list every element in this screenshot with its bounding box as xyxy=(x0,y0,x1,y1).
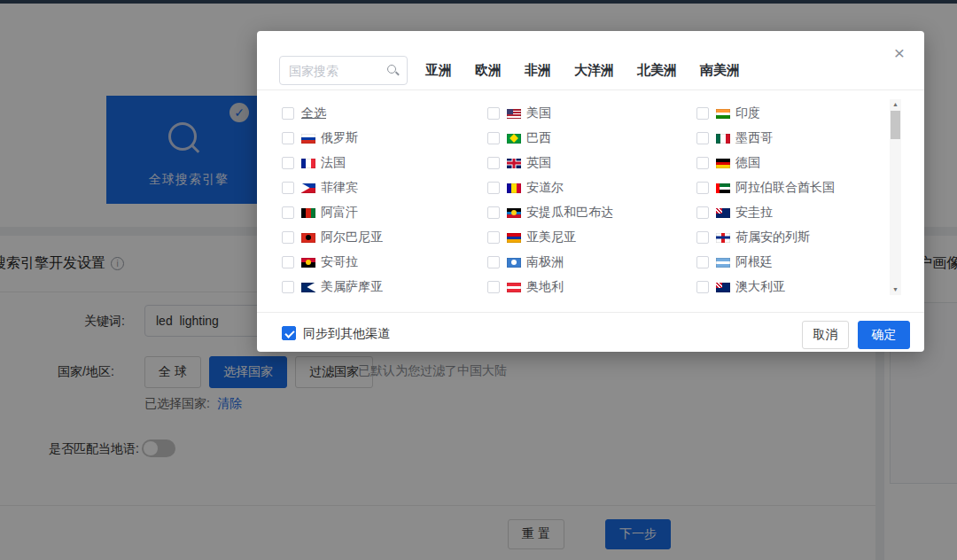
country-item[interactable]: 巴西 xyxy=(487,126,613,151)
flag-icon xyxy=(301,183,315,193)
country-label: 法国 xyxy=(321,155,346,171)
checkbox[interactable] xyxy=(487,107,500,120)
cancel-button[interactable]: 取消 xyxy=(802,321,849,349)
flag-icon xyxy=(301,233,315,243)
modal-footer-divider xyxy=(257,312,924,313)
country-item[interactable]: 安哥拉 xyxy=(282,250,383,275)
scrollbar-thumb[interactable] xyxy=(891,111,900,139)
flag-icon xyxy=(716,109,730,119)
checkbox[interactable] xyxy=(282,256,294,268)
country-label: 阿根廷 xyxy=(735,254,773,270)
checkbox[interactable] xyxy=(282,231,294,244)
checkbox[interactable] xyxy=(696,182,709,194)
country-item[interactable]: 菲律宾 xyxy=(282,175,383,200)
checkbox[interactable] xyxy=(487,206,500,219)
country-column-1: 全选俄罗斯法国菲律宾阿富汗阿尔巴尼亚安哥拉美属萨摩亚 xyxy=(282,101,383,299)
checkbox[interactable] xyxy=(696,157,709,169)
country-item[interactable]: 亚美尼亚 xyxy=(487,225,613,250)
country-item[interactable]: 安圭拉 xyxy=(696,200,835,225)
flag-icon xyxy=(301,258,315,268)
country-item[interactable]: 印度 xyxy=(696,101,835,126)
checkbox[interactable] xyxy=(696,281,709,293)
country-item[interactable]: 荷属安的列斯 xyxy=(696,225,835,250)
country-item[interactable]: 俄罗斯 xyxy=(282,126,383,151)
country-label: 美属萨摩亚 xyxy=(321,279,383,295)
country-label: 英国 xyxy=(526,155,551,171)
country-item[interactable]: 美属萨摩亚 xyxy=(282,275,383,299)
flag-icon xyxy=(301,283,315,292)
country-item[interactable]: 奥地利 xyxy=(487,275,613,299)
country-label: 巴西 xyxy=(526,130,551,146)
checkbox[interactable] xyxy=(282,107,294,120)
checkbox[interactable] xyxy=(487,231,500,244)
country-item[interactable]: 德国 xyxy=(696,151,835,175)
close-icon[interactable]: × xyxy=(894,43,905,62)
country-label: 澳大利亚 xyxy=(735,279,785,295)
country-item[interactable]: 阿富汗 xyxy=(282,200,383,225)
tab-2[interactable]: 欧洲 xyxy=(475,62,502,79)
country-item[interactable]: 阿尔巴尼亚 xyxy=(282,225,383,250)
country-label: 俄罗斯 xyxy=(321,130,358,146)
country-label: 美国 xyxy=(526,105,551,121)
country-label: 全选 xyxy=(301,105,326,121)
country-label: 阿富汗 xyxy=(321,205,358,221)
checkbox[interactable] xyxy=(282,281,294,293)
country-item[interactable]: 安道尔 xyxy=(487,175,613,200)
country-label: 德国 xyxy=(735,155,760,171)
tab-1[interactable]: 亚洲 xyxy=(425,62,452,79)
checkbox[interactable] xyxy=(282,132,294,144)
checkbox[interactable] xyxy=(282,157,294,169)
scroll-down-icon[interactable]: ▼ xyxy=(890,284,901,295)
checkbox[interactable] xyxy=(487,256,500,268)
country-label: 安哥拉 xyxy=(321,254,358,270)
sync-channels-checkbox[interactable] xyxy=(282,326,296,340)
flag-icon xyxy=(716,258,730,268)
checkbox[interactable] xyxy=(696,256,709,268)
country-label: 墨西哥 xyxy=(735,130,773,146)
flag-icon xyxy=(301,159,315,168)
flag-icon xyxy=(507,283,521,292)
checkbox[interactable] xyxy=(282,182,294,194)
country-search-box xyxy=(279,56,408,85)
checkbox[interactable] xyxy=(487,157,500,169)
modal-header-divider xyxy=(257,89,924,90)
country-item[interactable]: 英国 xyxy=(487,151,613,175)
checkbox[interactable] xyxy=(487,281,500,293)
country-label: 安提瓜和巴布达 xyxy=(526,205,613,221)
flag-icon xyxy=(716,208,730,218)
confirm-button[interactable]: 确定 xyxy=(858,321,910,349)
flag-icon xyxy=(507,134,521,144)
country-item[interactable]: 安提瓜和巴布达 xyxy=(487,200,613,225)
search-icon xyxy=(387,65,399,76)
checkbox[interactable] xyxy=(696,107,709,120)
country-item[interactable]: 阿根廷 xyxy=(696,250,835,275)
select-all-item[interactable]: 全选 xyxy=(282,101,383,126)
checkbox[interactable] xyxy=(282,206,294,219)
checkbox[interactable] xyxy=(696,206,709,219)
checkbox[interactable] xyxy=(696,231,709,244)
country-label: 印度 xyxy=(735,105,760,121)
flag-icon xyxy=(301,208,315,218)
tab-4[interactable]: 大洋洲 xyxy=(574,62,614,79)
tab-5[interactable]: 北美洲 xyxy=(637,62,677,79)
flag-icon xyxy=(507,233,521,243)
checkbox[interactable] xyxy=(696,132,709,144)
country-item[interactable]: 南极洲 xyxy=(487,250,613,275)
country-label: 安圭拉 xyxy=(735,205,773,221)
country-item[interactable]: 澳大利亚 xyxy=(696,275,835,299)
country-column-2: 美国巴西英国安道尔安提瓜和巴布达亚美尼亚南极洲奥地利 xyxy=(487,101,613,299)
country-item[interactable]: 墨西哥 xyxy=(696,126,835,151)
tab-6[interactable]: 南美洲 xyxy=(700,62,740,79)
country-item[interactable]: 阿拉伯联合酋长国 xyxy=(696,175,835,200)
scroll-up-icon[interactable]: ▲ xyxy=(890,99,901,110)
country-item[interactable]: 美国 xyxy=(487,101,613,126)
checkbox[interactable] xyxy=(487,182,500,194)
flag-icon xyxy=(507,109,521,119)
sync-channels-label: 同步到其他渠道 xyxy=(303,326,390,342)
country-item[interactable]: 法国 xyxy=(282,151,383,175)
flag-icon xyxy=(301,134,315,144)
tab-3[interactable]: 非洲 xyxy=(525,62,551,79)
country-label: 南极洲 xyxy=(526,254,564,270)
checkbox[interactable] xyxy=(487,132,500,144)
flag-icon xyxy=(716,134,730,144)
